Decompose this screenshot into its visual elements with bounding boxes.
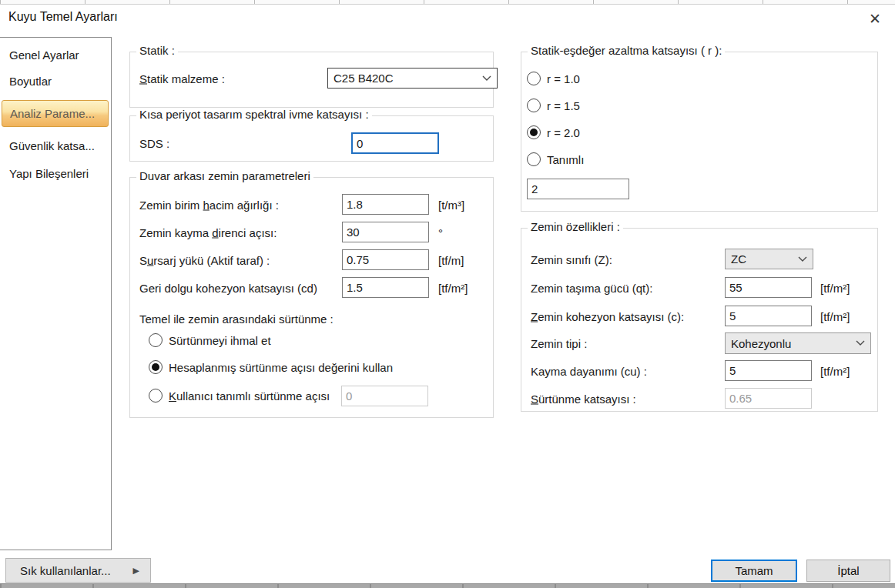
surtunme-katsayisi-input: [725, 388, 812, 409]
geri-dolgu-kohezyon-label: Geri dolgu kohezyon katsayısı (cd): [139, 281, 317, 294]
close-icon[interactable]: ✕: [863, 6, 887, 31]
chevron-down-icon: [856, 340, 865, 346]
geri-dolgu-kohezyon-input[interactable]: [342, 277, 429, 298]
zemin-tasima-gucu-input[interactable]: [725, 277, 812, 298]
sidebar-item-analiz-parametreleri[interactable]: Analiz Parame...: [2, 100, 109, 127]
radio-label: Kullanıcı tanımlı sürtünme açısı: [169, 389, 330, 403]
radio-r-tanimli[interactable]: Tanımlı: [527, 151, 584, 168]
radio-icon: [527, 152, 541, 166]
radio-label: Tanımlı: [547, 153, 584, 166]
zemin-kohezyon-label: Zemin kohezyon katsayısı (c):: [531, 309, 684, 322]
geri-dolgu-kohezyon-unit: [tf/m²]: [438, 281, 468, 294]
zemin-sinifi-label: Zemin sınıfı (Z):: [531, 252, 612, 266]
radio-icon: [149, 333, 163, 347]
radio-icon: [149, 389, 163, 403]
radio-icon: [527, 125, 541, 139]
zemin-tasima-gucu-label: Zemin taşıma gücü (qt):: [531, 281, 652, 294]
group-zemin-legend: Zemin özellikleri :: [528, 220, 623, 233]
zemin-birim-hacim-input[interactable]: [342, 194, 429, 215]
zemin-kohezyon-input[interactable]: [725, 306, 812, 326]
zemin-tipi-value: Kohezyonlu: [731, 337, 791, 350]
group-r-legend: Statik-eşdeğer azaltma katsayısı ( r ):: [528, 44, 725, 57]
radio-label: r = 1.0: [547, 72, 580, 85]
favorites-button-label: Sık kullanılanlar...: [20, 564, 111, 577]
radio-icon: [527, 99, 541, 112]
radio-icon: [527, 72, 541, 85]
radio-label: Sürtünmeyi ihmal et: [169, 334, 271, 347]
zemin-kohezyon-unit: [tf/m²]: [820, 309, 850, 322]
kayma-direnci-acisi-unit: °: [438, 226, 443, 239]
group-statik-legend: Statik :: [136, 44, 178, 57]
cancel-button-label: İptal: [837, 564, 859, 577]
sidebar: Genel Ayarlar Boyutlar Analiz Parame... …: [0, 37, 112, 550]
sursarj-yuku-unit: [tf/m]: [438, 253, 464, 266]
group-duvar-legend: Duvar arkası zemin parametreleri: [136, 169, 313, 182]
chevron-down-icon: [798, 256, 807, 262]
zemin-birim-hacim-label: Zemin birim hacim ağırlığı :: [139, 198, 279, 211]
kayma-direnci-acisi-input[interactable]: [342, 222, 429, 242]
radio-kullanici-tanimli-surtunme[interactable]: Kullanıcı tanımlı sürtünme açısı: [149, 387, 330, 404]
chevron-down-icon: [482, 75, 491, 82]
radio-icon: [149, 360, 163, 374]
radio-r-1-0[interactable]: r = 1.0: [527, 70, 580, 87]
sursarj-yuku-label: Sursarj yükü (Aktif taraf) :: [139, 253, 270, 266]
cancel-button[interactable]: İptal: [806, 560, 890, 582]
sds-input[interactable]: [351, 132, 439, 154]
zemin-tipi-select[interactable]: Kohezyonlu: [725, 332, 871, 354]
radio-r-1-5[interactable]: r = 1.5: [527, 97, 580, 114]
submenu-arrow-icon: ▶: [133, 566, 139, 576]
sds-label: SDS :: [139, 136, 169, 149]
zemin-tipi-label: Zemin tipi :: [531, 336, 587, 349]
statik-malzeme-label: Statik malzeme :: [139, 72, 225, 85]
sidebar-item-yapi-bilesenleri[interactable]: Yapı Bileşenleri: [2, 161, 109, 187]
kayma-dayanimi-input[interactable]: [725, 360, 812, 381]
kayma-direnci-acisi-label: Zemin kayma direnci açısı:: [139, 226, 277, 239]
ok-button-label: Tamam: [735, 564, 773, 577]
sidebar-item-genel-ayarlar[interactable]: Genel Ayarlar: [2, 42, 109, 68]
background-grid-bottom: [0, 583, 895, 588]
group-statik: Statik : Statik malzeme : C25 B420C: [129, 52, 494, 108]
sidebar-item-boyutlar[interactable]: Boyutlar: [2, 68, 109, 95]
surtunme-katsayisi-label: Sürtünme katsayısı :: [531, 392, 636, 405]
group-sds-legend: Kısa periyot tasarım spektral ivme katsa…: [136, 108, 372, 121]
sidebar-item-guvenlik-katsayilari[interactable]: Güvenlik katsa...: [2, 133, 109, 159]
statik-malzeme-select[interactable]: C25 B420C: [327, 68, 498, 89]
group-sds: Kısa periyot tasarım spektral ivme katsa…: [129, 115, 494, 162]
kayma-dayanimi-label: Kayma dayanımı (cu) :: [531, 364, 647, 377]
kullanici-surtunme-input: [341, 386, 428, 406]
temel-surtunme-label: Temel ile zemin arasındaki sürtünme :: [139, 312, 334, 326]
sursarj-yuku-input[interactable]: [342, 249, 429, 270]
zemin-sinifi-value: ZC: [731, 252, 746, 266]
zemin-birim-hacim-unit: [t/m³]: [438, 198, 464, 211]
favorites-button[interactable]: Sık kullanılanlar... ▶: [5, 558, 151, 583]
group-duvar-arkasi: Duvar arkası zemin parametreleri Zemin b…: [129, 177, 494, 418]
zemin-sinifi-select[interactable]: ZC: [725, 249, 813, 269]
radio-label: Hesaplanmış sürtünme açısı değerini kull…: [169, 361, 393, 374]
radio-label: r = 2.0: [547, 126, 580, 139]
radio-surtunmeyi-ihmal-et[interactable]: Sürtünmeyi ihmal et: [149, 332, 271, 349]
dialog-title: Kuyu Temel Ayarları: [8, 10, 118, 24]
dialog-kuyu-temel-ayarlari: Kuyu Temel Ayarları ✕ Genel Ayarlar Boyu…: [0, 0, 895, 588]
background-grid-top: [0, 0, 895, 5]
radio-label: r = 1.5: [547, 99, 580, 112]
radio-hesaplanmis-surtunme[interactable]: Hesaplanmış sürtünme açısı değerini kull…: [149, 359, 393, 376]
ok-button[interactable]: Tamam: [711, 560, 797, 582]
kayma-dayanimi-unit: [tf/m²]: [820, 364, 850, 377]
zemin-tasima-gucu-unit: [tf/m²]: [820, 281, 850, 294]
r-tanimli-input[interactable]: [527, 179, 629, 199]
radio-r-2-0[interactable]: r = 2.0: [527, 124, 580, 141]
group-r-katsayisi: Statik-eşdeğer azaltma katsayısı ( r ): …: [521, 52, 878, 212]
group-zemin-ozellikleri: Zemin özellikleri : Zemin sınıfı (Z): ZC…: [521, 228, 878, 412]
statik-malzeme-value: C25 B420C: [334, 72, 394, 85]
